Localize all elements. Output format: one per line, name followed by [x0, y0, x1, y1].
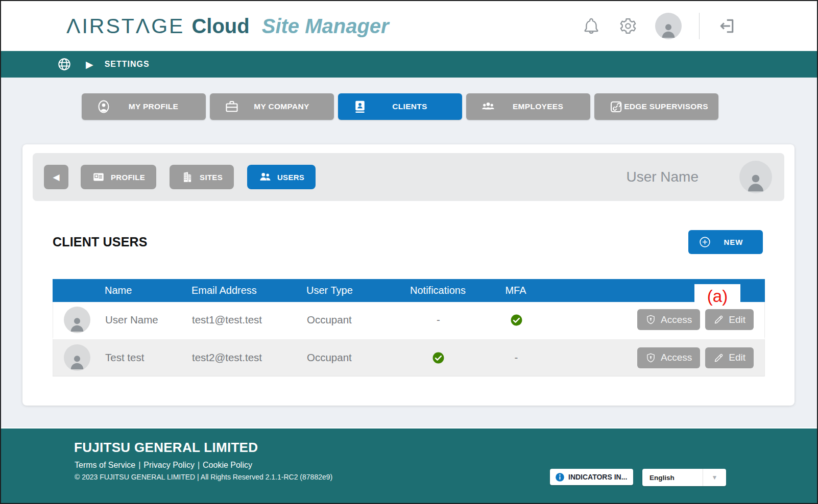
brand-product: Site Manager	[262, 15, 389, 38]
row-actions: Access Edit	[557, 347, 764, 368]
row-avatar-cell	[53, 344, 103, 371]
tab-label: EDGE SUPERVISORS	[617, 93, 715, 120]
access-button[interactable]: Access	[637, 309, 700, 330]
link-cookie-policy[interactable]: Cookie Policy	[203, 461, 252, 469]
client-avatar	[739, 161, 772, 193]
edit-button[interactable]: Edit	[705, 309, 754, 330]
subtab-label: SITES	[200, 173, 223, 182]
cell-notifications: -	[401, 314, 475, 326]
cell-email: test2@test.test	[189, 351, 304, 364]
brand-airstage: ΛIRSTΛGE	[66, 14, 184, 38]
tab-label: CLIENTS	[360, 93, 459, 120]
settings-bar: ▶ SETTINGS	[1, 51, 817, 78]
subtab-profile[interactable]: PROFILE	[81, 165, 156, 189]
row-actions: Access Edit	[557, 309, 764, 330]
back-arrow-icon: ◀	[53, 172, 59, 183]
info-circle-icon	[555, 472, 565, 482]
plus-circle-icon	[699, 236, 711, 248]
building-icon	[181, 170, 194, 184]
indicators-button-label: INDICATORS IN...	[568, 473, 627, 481]
column-header-name: Name	[102, 285, 189, 296]
subtab-label: USERS	[277, 173, 304, 182]
table-row: User Name test1@test.test Occupant - Acc…	[53, 302, 765, 339]
client-user-name: User Name	[626, 169, 699, 185]
link-privacy-policy[interactable]: Privacy Policy	[143, 461, 195, 469]
link-terms-of-service[interactable]: Terms of Service	[75, 461, 135, 469]
column-header-mfa: MFA	[475, 285, 557, 296]
top-header: ΛIRSTΛGE Cloud Site Manager	[1, 1, 817, 51]
annotation-a: (a)	[694, 284, 740, 309]
client-sub-nav: ◀ PROFILE SITES USERS User Name	[33, 153, 784, 201]
pencil-icon	[713, 352, 724, 363]
column-header-user-type: User Type	[304, 285, 401, 296]
tab-clients[interactable]: CLIENTS	[338, 93, 462, 120]
table-row: Test test test2@test.test Occupant - Acc…	[53, 339, 765, 376]
check-circle-icon	[510, 314, 523, 326]
two-users-icon	[258, 170, 272, 184]
section-header: CLIENT USERS NEW	[53, 230, 763, 254]
indicators-button[interactable]: INDICATORS IN...	[550, 469, 633, 485]
cell-mfa	[475, 313, 557, 326]
table-header-row: Name Email Address User Type Notificatio…	[53, 279, 765, 302]
card-icon	[92, 170, 105, 184]
subtab-sites[interactable]: SITES	[170, 165, 234, 189]
edit-button-label: Edit	[729, 352, 745, 363]
cell-user-type: Occupant	[304, 351, 401, 364]
page-footer: FUJITSU GENERAL LIMITED Terms of Service…	[1, 429, 817, 503]
footer-company-name: FUJITSU GENERAL LIMITED	[74, 440, 817, 456]
shield-icon	[645, 352, 656, 363]
play-icon: ▶	[86, 60, 93, 69]
logout-icon[interactable]	[717, 16, 736, 36]
tab-label: MY PROFILE	[104, 93, 203, 120]
main-tab-bar: MY PROFILE MY COMPANY CLIENTS EMPLOYEES	[82, 93, 718, 120]
header-icon-group	[582, 1, 736, 51]
content-area: MY PROFILE MY COMPANY CLIENTS EMPLOYEES	[1, 78, 817, 427]
language-select[interactable]: English ▼	[642, 469, 726, 486]
column-header-notifications: Notifications	[401, 285, 475, 296]
client-users-table: (a) Name Email Address User Type Notific…	[53, 279, 765, 376]
tab-edge-supervisors[interactable]: EDGE SUPERVISORS	[594, 93, 718, 120]
app-window: ΛIRSTΛGE Cloud Site Manager	[0, 0, 818, 504]
cell-user-type: Occupant	[304, 314, 401, 326]
link-separator: |	[195, 461, 203, 469]
tab-my-profile[interactable]: MY PROFILE	[82, 93, 206, 120]
tab-label: MY COMPANY	[232, 93, 331, 120]
new-button-label: NEW	[711, 238, 756, 246]
header-avatar[interactable]	[655, 13, 682, 39]
tab-employees[interactable]: EMPLOYEES	[466, 93, 590, 120]
row-avatar-cell	[53, 307, 103, 333]
edit-button[interactable]: Edit	[705, 347, 754, 368]
check-circle-icon	[432, 351, 445, 364]
access-button-label: Access	[661, 314, 692, 325]
cell-mfa: -	[475, 351, 557, 364]
cell-name: User Name	[103, 314, 189, 326]
brand-logo: ΛIRSTΛGE Cloud Site Manager	[66, 14, 389, 38]
shield-icon	[645, 314, 656, 325]
bell-icon[interactable]	[582, 16, 601, 36]
access-button[interactable]: Access	[637, 347, 700, 368]
edit-button-label: Edit	[729, 314, 745, 325]
cell-notifications	[401, 351, 475, 364]
tab-label: EMPLOYEES	[489, 93, 587, 120]
header-divider	[699, 13, 700, 39]
language-value: English	[642, 474, 703, 482]
user-avatar	[64, 307, 90, 333]
page-title: CLIENT USERS	[53, 235, 148, 249]
clients-card: ◀ PROFILE SITES USERS User Name	[22, 144, 795, 406]
access-button-label: Access	[661, 352, 692, 363]
globe-icon[interactable]	[57, 57, 71, 71]
link-separator: |	[135, 461, 143, 469]
subtab-label: PROFILE	[111, 173, 145, 182]
tab-my-company[interactable]: MY COMPANY	[210, 93, 334, 120]
gear-icon[interactable]	[618, 16, 638, 36]
back-button[interactable]: ◀	[44, 165, 68, 189]
subtab-users[interactable]: USERS	[247, 165, 316, 189]
pencil-icon	[713, 314, 724, 325]
column-header-email: Email Address	[189, 285, 304, 296]
cell-name: Test test	[103, 351, 189, 364]
chevron-down-icon[interactable]: ▼	[703, 469, 726, 486]
breadcrumb-settings: SETTINGS	[105, 60, 150, 69]
brand-cloud: Cloud	[191, 15, 249, 38]
user-avatar	[64, 344, 90, 371]
new-button[interactable]: NEW	[688, 230, 763, 254]
